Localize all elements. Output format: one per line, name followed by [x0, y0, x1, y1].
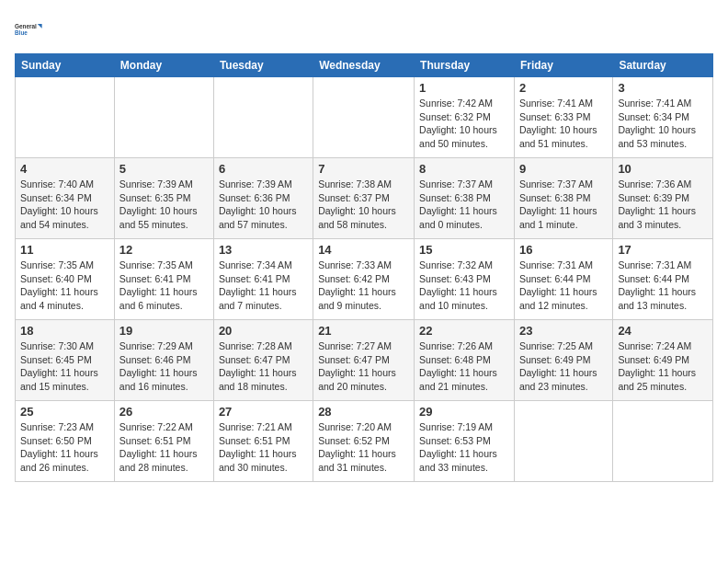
day-info: Sunrise: 7:27 AM Sunset: 6:47 PM Dayligh…	[318, 339, 409, 394]
calendar-cell: 3Sunrise: 7:41 AM Sunset: 6:34 PM Daylig…	[613, 77, 713, 158]
day-number: 26	[119, 405, 209, 419]
calendar-cell: 21Sunrise: 7:27 AM Sunset: 6:47 PM Dayli…	[313, 320, 415, 401]
calendar-cell	[114, 77, 213, 158]
day-info: Sunrise: 7:31 AM Sunset: 6:44 PM Dayligh…	[618, 259, 708, 313]
calendar-cell: 22Sunrise: 7:26 AM Sunset: 6:48 PM Dayli…	[415, 320, 515, 401]
calendar-cell: 24Sunrise: 7:24 AM Sunset: 6:49 PM Dayli…	[613, 320, 713, 401]
day-info: Sunrise: 7:34 AM Sunset: 6:41 PM Dayligh…	[219, 259, 308, 313]
day-info: Sunrise: 7:42 AM Sunset: 6:32 PM Dayligh…	[419, 97, 509, 151]
logo-icon: GeneralBlue	[15, 15, 44, 44]
logo: GeneralBlue	[15, 15, 44, 44]
calendar-cell: 14Sunrise: 7:33 AM Sunset: 6:42 PM Dayli…	[313, 239, 415, 320]
day-info: Sunrise: 7:39 AM Sunset: 6:35 PM Dayligh…	[119, 178, 209, 232]
day-info: Sunrise: 7:26 AM Sunset: 6:48 PM Dayligh…	[419, 339, 509, 394]
calendar-week-row: 11Sunrise: 7:35 AM Sunset: 6:40 PM Dayli…	[16, 239, 713, 320]
page-header: GeneralBlue	[15, 15, 713, 44]
day-number: 1	[419, 81, 509, 95]
day-info: Sunrise: 7:29 AM Sunset: 6:46 PM Dayligh…	[119, 339, 209, 394]
day-number: 15	[419, 243, 509, 257]
day-info: Sunrise: 7:19 AM Sunset: 6:53 PM Dayligh…	[419, 420, 509, 475]
day-info: Sunrise: 7:36 AM Sunset: 6:39 PM Dayligh…	[618, 178, 708, 232]
weekday-header-wednesday: Wednesday	[313, 54, 415, 77]
day-info: Sunrise: 7:35 AM Sunset: 6:41 PM Dayligh…	[119, 259, 209, 313]
calendar-week-row: 1Sunrise: 7:42 AM Sunset: 6:32 PM Daylig…	[16, 77, 713, 158]
calendar-week-row: 25Sunrise: 7:23 AM Sunset: 6:50 PM Dayli…	[16, 401, 713, 482]
calendar-cell	[514, 401, 612, 482]
calendar-cell: 19Sunrise: 7:29 AM Sunset: 6:46 PM Dayli…	[114, 320, 213, 401]
day-info: Sunrise: 7:24 AM Sunset: 6:49 PM Dayligh…	[618, 339, 708, 394]
calendar-cell: 23Sunrise: 7:25 AM Sunset: 6:49 PM Dayli…	[514, 320, 612, 401]
day-number: 11	[20, 243, 109, 257]
calendar-cell: 20Sunrise: 7:28 AM Sunset: 6:47 PM Dayli…	[213, 320, 313, 401]
day-number: 27	[219, 405, 308, 419]
day-number: 21	[318, 324, 409, 338]
day-number: 28	[318, 405, 409, 419]
day-number: 22	[419, 324, 509, 338]
day-number: 5	[119, 162, 209, 176]
svg-text:General: General	[15, 23, 37, 29]
calendar-cell: 9Sunrise: 7:37 AM Sunset: 6:38 PM Daylig…	[514, 158, 612, 239]
day-info: Sunrise: 7:31 AM Sunset: 6:44 PM Dayligh…	[519, 259, 608, 313]
calendar-cell: 1Sunrise: 7:42 AM Sunset: 6:32 PM Daylig…	[415, 77, 515, 158]
calendar-cell: 8Sunrise: 7:37 AM Sunset: 6:38 PM Daylig…	[415, 158, 515, 239]
day-number: 2	[519, 81, 608, 95]
day-number: 25	[20, 405, 109, 419]
day-number: 6	[219, 162, 308, 176]
day-info: Sunrise: 7:28 AM Sunset: 6:47 PM Dayligh…	[219, 339, 308, 394]
day-number: 23	[519, 324, 608, 338]
calendar-cell: 28Sunrise: 7:20 AM Sunset: 6:52 PM Dayli…	[313, 401, 415, 482]
day-info: Sunrise: 7:32 AM Sunset: 6:43 PM Dayligh…	[419, 259, 509, 313]
weekday-header-sunday: Sunday	[16, 54, 115, 77]
calendar-cell	[613, 401, 713, 482]
calendar-cell: 6Sunrise: 7:39 AM Sunset: 6:36 PM Daylig…	[213, 158, 313, 239]
day-info: Sunrise: 7:41 AM Sunset: 6:33 PM Dayligh…	[519, 97, 608, 151]
calendar-cell: 2Sunrise: 7:41 AM Sunset: 6:33 PM Daylig…	[514, 77, 612, 158]
day-number: 3	[618, 81, 708, 95]
calendar-cell	[16, 77, 115, 158]
day-info: Sunrise: 7:23 AM Sunset: 6:50 PM Dayligh…	[20, 420, 109, 475]
day-number: 29	[419, 405, 509, 419]
day-info: Sunrise: 7:20 AM Sunset: 6:52 PM Dayligh…	[318, 420, 409, 475]
calendar-cell: 16Sunrise: 7:31 AM Sunset: 6:44 PM Dayli…	[514, 239, 612, 320]
day-number: 17	[618, 243, 708, 257]
calendar-cell: 26Sunrise: 7:22 AM Sunset: 6:51 PM Dayli…	[114, 401, 213, 482]
calendar-cell	[213, 77, 313, 158]
weekday-header-tuesday: Tuesday	[213, 54, 313, 77]
calendar-cell: 25Sunrise: 7:23 AM Sunset: 6:50 PM Dayli…	[16, 401, 115, 482]
calendar-cell: 10Sunrise: 7:36 AM Sunset: 6:39 PM Dayli…	[613, 158, 713, 239]
day-info: Sunrise: 7:37 AM Sunset: 6:38 PM Dayligh…	[419, 178, 509, 232]
calendar-cell: 12Sunrise: 7:35 AM Sunset: 6:41 PM Dayli…	[114, 239, 213, 320]
day-number: 4	[20, 162, 109, 176]
calendar-cell	[313, 77, 415, 158]
calendar-cell: 5Sunrise: 7:39 AM Sunset: 6:35 PM Daylig…	[114, 158, 213, 239]
calendar-week-row: 4Sunrise: 7:40 AM Sunset: 6:34 PM Daylig…	[16, 158, 713, 239]
day-number: 9	[519, 162, 608, 176]
calendar-cell: 7Sunrise: 7:38 AM Sunset: 6:37 PM Daylig…	[313, 158, 415, 239]
day-number: 14	[318, 243, 409, 257]
svg-marker-2	[38, 24, 42, 29]
weekday-header-row: SundayMondayTuesdayWednesdayThursdayFrid…	[16, 54, 713, 77]
day-info: Sunrise: 7:35 AM Sunset: 6:40 PM Dayligh…	[20, 259, 109, 313]
day-info: Sunrise: 7:25 AM Sunset: 6:49 PM Dayligh…	[519, 339, 608, 394]
day-info: Sunrise: 7:37 AM Sunset: 6:38 PM Dayligh…	[519, 178, 608, 232]
day-info: Sunrise: 7:33 AM Sunset: 6:42 PM Dayligh…	[318, 259, 409, 313]
calendar-cell: 15Sunrise: 7:32 AM Sunset: 6:43 PM Dayli…	[415, 239, 515, 320]
day-number: 10	[618, 162, 708, 176]
calendar-cell: 29Sunrise: 7:19 AM Sunset: 6:53 PM Dayli…	[415, 401, 515, 482]
day-info: Sunrise: 7:30 AM Sunset: 6:45 PM Dayligh…	[20, 339, 109, 394]
day-info: Sunrise: 7:38 AM Sunset: 6:37 PM Dayligh…	[318, 178, 409, 232]
calendar-table: SundayMondayTuesdayWednesdayThursdayFrid…	[15, 53, 713, 482]
day-number: 18	[20, 324, 109, 338]
day-info: Sunrise: 7:40 AM Sunset: 6:34 PM Dayligh…	[20, 178, 109, 232]
day-info: Sunrise: 7:41 AM Sunset: 6:34 PM Dayligh…	[618, 97, 708, 151]
svg-text:Blue: Blue	[15, 29, 28, 36]
day-number: 24	[618, 324, 708, 338]
calendar-cell: 27Sunrise: 7:21 AM Sunset: 6:51 PM Dayli…	[213, 401, 313, 482]
weekday-header-thursday: Thursday	[415, 54, 515, 77]
calendar-cell: 17Sunrise: 7:31 AM Sunset: 6:44 PM Dayli…	[613, 239, 713, 320]
calendar-cell: 11Sunrise: 7:35 AM Sunset: 6:40 PM Dayli…	[16, 239, 115, 320]
calendar-cell: 18Sunrise: 7:30 AM Sunset: 6:45 PM Dayli…	[16, 320, 115, 401]
day-number: 8	[419, 162, 509, 176]
day-number: 13	[219, 243, 308, 257]
weekday-header-saturday: Saturday	[613, 54, 713, 77]
